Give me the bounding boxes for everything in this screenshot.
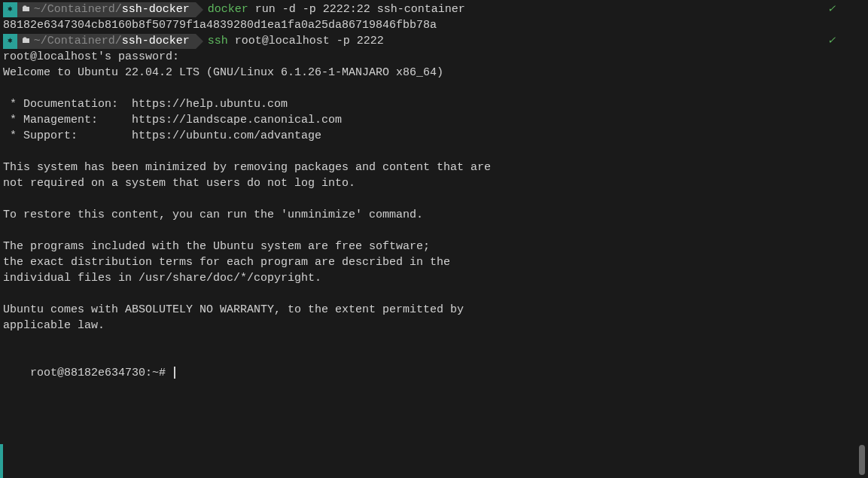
- motd-minimized-2: not required on a system that users do n…: [3, 175, 865, 191]
- success-checkmark-icon: ✓: [828, 33, 865, 49]
- motd-management: * Management: https://landscape.canonica…: [3, 112, 865, 128]
- prompt-line-1: ⎈ 🖿 ~/Containerd/ssh-docker docker run -…: [3, 2, 865, 17]
- prompt-badge-icon: ⎈: [3, 34, 17, 49]
- command-2: ssh root@localhost -p 2222: [208, 33, 384, 49]
- path-prefix: ~/Containerd/: [34, 2, 122, 17]
- scrollbar-thumb[interactable]: [859, 445, 865, 475]
- left-indicator-bar: [0, 444, 3, 478]
- cursor: [174, 367, 175, 379]
- welcome-banner: Welcome to Ubuntu 22.04.2 LTS (GNU/Linux…: [3, 65, 865, 81]
- command-1: docker run -d -p 2222:22 ssh-container: [208, 2, 465, 17]
- command-executable: ssh: [208, 35, 228, 47]
- blank-line: [3, 81, 865, 96]
- motd-license-3: individual files in /usr/share/doc/*/cop…: [3, 270, 865, 286]
- blank-line: [3, 286, 865, 302]
- prompt-path-1: 🖿 ~/Containerd/ssh-docker: [17, 2, 196, 17]
- terminal-window[interactable]: ⎈ 🖿 ~/Containerd/ssh-docker docker run -…: [0, 0, 868, 398]
- motd-warranty-1: Ubuntu comes with ABSOLUTELY NO WARRANTY…: [3, 302, 865, 318]
- path-current-dir: ssh-docker: [122, 33, 190, 49]
- folder-icon: 🖿: [22, 35, 31, 47]
- command-arguments: root@localhost -p 2222: [228, 35, 384, 47]
- success-checkmark-icon: ✓: [828, 2, 865, 17]
- blank-line: [3, 223, 865, 239]
- command-executable: docker: [208, 3, 248, 16]
- shell-prompt-line[interactable]: root@88182e634730:~#: [3, 349, 865, 397]
- command-arguments: run -d -p 2222:22 ssh-container: [248, 3, 465, 16]
- motd-warranty-2: applicable law.: [3, 318, 865, 333]
- motd-license-2: the exact distribution terms for each pr…: [3, 254, 865, 270]
- motd-support: * Support: https://ubuntu.com/advantage: [3, 128, 865, 144]
- blank-line: [3, 333, 865, 349]
- prompt-line-2: ⎈ 🖿 ~/Containerd/ssh-docker ssh root@loc…: [3, 33, 865, 49]
- motd-restore: To restore this content, you can run the…: [3, 207, 865, 223]
- blank-line: [3, 144, 865, 160]
- path-current-dir: ssh-docker: [122, 2, 190, 17]
- path-prefix: ~/Containerd/: [34, 33, 122, 49]
- docker-container-hash: 88182e6347304cb8160b8f50779f1a4839280d1e…: [3, 17, 865, 33]
- blank-line: [3, 191, 865, 207]
- prompt-path-2: 🖿 ~/Containerd/ssh-docker: [17, 34, 196, 49]
- motd-minimized-1: This system has been minimized by removi…: [3, 160, 865, 175]
- shell-prompt: root@88182e634730:~#: [30, 367, 172, 379]
- motd-documentation: * Documentation: https://help.ubuntu.com: [3, 96, 865, 112]
- folder-icon: 🖿: [22, 3, 31, 16]
- motd-license-1: The programs included with the Ubuntu sy…: [3, 239, 865, 254]
- prompt-badge-icon: ⎈: [3, 2, 17, 17]
- password-prompt: root@localhost's password:: [3, 49, 865, 65]
